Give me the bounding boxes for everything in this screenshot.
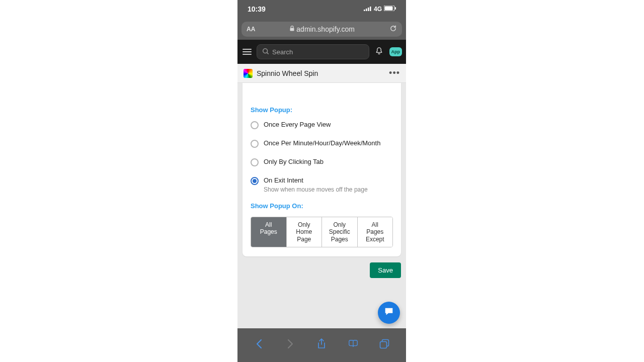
chat-fab[interactable] — [378, 302, 400, 324]
app-title: Spinnio Wheel Spin — [257, 69, 385, 77]
svg-rect-3 — [370, 7, 371, 11]
radio-label: Only By Clicking Tab — [264, 158, 324, 165]
app-badge[interactable]: App — [389, 47, 403, 56]
ios-time: 10:39 — [248, 5, 266, 13]
tabs-icon[interactable] — [377, 339, 392, 351]
mobile-viewport: 10:39 4G AA admin.shopify.com — [237, 0, 406, 362]
svg-rect-6 — [395, 7, 396, 10]
save-button[interactable]: Save — [370, 262, 401, 278]
radio-icon — [251, 140, 259, 148]
radio-label: Once Per Minute/Hour/Day/Week/Month — [264, 139, 380, 147]
svg-rect-1 — [366, 9, 367, 11]
seg-all-except[interactable]: All Pages Except — [358, 217, 393, 247]
admin-header: Search App — [237, 40, 406, 64]
share-icon[interactable] — [314, 338, 329, 352]
settings-panel: Show Popup: Once Every Page View Once Pe… — [237, 83, 406, 328]
network-type: 4G — [374, 6, 382, 13]
svg-rect-2 — [368, 8, 369, 11]
seg-only-specific[interactable]: Only Specific Pages — [322, 217, 358, 247]
radio-on-exit-intent[interactable]: On Exit Intent Show when mouse moves off… — [251, 176, 393, 193]
search-input[interactable]: Search — [257, 44, 369, 59]
svg-rect-0 — [364, 10, 365, 11]
reader-icon[interactable]: AA — [247, 26, 255, 33]
bookmarks-icon[interactable] — [346, 339, 361, 351]
app-logo-icon — [244, 69, 253, 78]
lock-icon — [290, 26, 294, 32]
chat-icon — [383, 306, 394, 319]
radio-once-per-interval[interactable]: Once Per Minute/Hour/Day/Week/Month — [251, 139, 393, 148]
svg-rect-5 — [385, 7, 393, 11]
save-row: Save — [243, 262, 401, 278]
svg-rect-11 — [380, 342, 386, 348]
show-popup-on-label: Show Popup On: — [251, 202, 393, 210]
more-icon[interactable]: ••• — [389, 68, 400, 78]
safari-toolbar — [237, 328, 406, 362]
show-popup-label: Show Popup: — [251, 106, 393, 114]
forward-icon[interactable] — [283, 339, 298, 351]
radio-icon — [251, 158, 259, 166]
radio-icon — [251, 177, 259, 185]
radio-label: On Exit Intent — [264, 176, 368, 184]
search-placeholder: Search — [272, 48, 293, 56]
seg-all-pages[interactable]: All Pages — [251, 217, 287, 247]
menu-icon[interactable] — [242, 46, 253, 57]
ios-status-bar: 10:39 4G — [237, 0, 406, 18]
svg-rect-7 — [290, 28, 294, 31]
seg-only-home[interactable]: Only Home Page — [287, 217, 323, 247]
radio-label: Once Every Page View — [264, 121, 331, 128]
notifications-icon[interactable] — [373, 47, 385, 57]
ios-status-right: 4G — [364, 6, 396, 13]
svg-line-9 — [267, 52, 269, 54]
radio-description: Show when mouse moves off the page — [264, 186, 368, 193]
settings-card: Show Popup: Once Every Page View Once Pe… — [243, 83, 401, 256]
radio-once-every-page[interactable]: Once Every Page View — [251, 121, 393, 129]
page-selector-segment: All Pages Only Home Page Only Specific P… — [251, 217, 393, 247]
url-text: admin.shopify.com — [296, 25, 355, 33]
app-titlebar: Spinnio Wheel Spin ••• — [237, 64, 406, 83]
refresh-icon[interactable] — [389, 25, 397, 34]
radio-icon — [251, 121, 259, 129]
signal-icon — [364, 6, 372, 13]
safari-url-bar: AA admin.shopify.com — [237, 18, 406, 40]
url-field[interactable]: AA admin.shopify.com — [242, 22, 402, 37]
back-icon[interactable] — [252, 339, 267, 351]
battery-icon — [384, 6, 396, 13]
search-icon — [262, 48, 269, 56]
radio-only-clicking-tab[interactable]: Only By Clicking Tab — [251, 158, 393, 166]
